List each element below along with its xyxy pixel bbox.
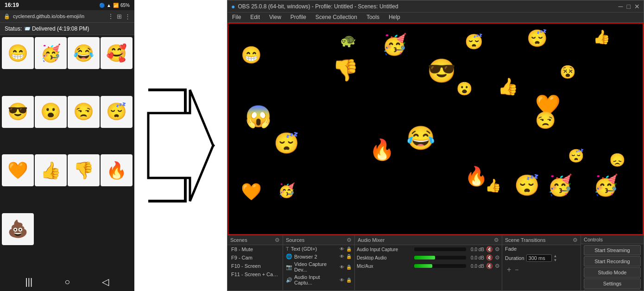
tab-overflow-icon[interactable]: ⋮ [125,13,131,20]
floating-emoji-2: 🥳 [382,34,407,55]
emoji-cell-4[interactable]: 😎 [2,96,34,128]
emoji-cell-2[interactable]: 😂 [68,37,100,69]
scene-item-3[interactable]: F11 - Screen + Cam (T... [227,270,283,278]
emoji-cell-12[interactable]: 💩 [2,213,34,245]
audio-db-value: 0.0 dB [468,255,484,260]
obs-menubar: FileEditViewProfileScene CollectionTools… [227,13,644,23]
menu-item-profile[interactable]: Profile [286,13,311,22]
source-lock-icon[interactable]: 🔒 [346,278,352,283]
audio-settings-icon[interactable]: ⚙ [495,254,500,261]
scenes-panel: Scenes ⚙ F8 - MuteF9 - CamF10 - ScreenF1… [227,235,283,291]
source-label: Video Capture Dev... [294,261,338,272]
audio-label: Audio Mixer [358,237,385,243]
source-label: Audio Input Captu... [294,274,338,285]
emoji-cell-11[interactable]: 🔥 [101,154,133,186]
emoji-cell-0[interactable]: 😁 [2,37,34,69]
emoji-cell-7[interactable]: 😴 [101,96,133,128]
emoji-cell-8[interactable]: 🧡 [2,154,34,186]
duration-input[interactable] [526,254,552,262]
source-visibility-icon[interactable]: 👁 [340,254,344,259]
duration-label: Duration [505,255,524,261]
controls-panel: Controls Start StreamingStart RecordingS… [581,235,644,291]
new-tab-icon[interactable]: ⊞ [117,13,122,20]
arrow-section [134,0,227,291]
audio-settings-icon[interactable]: ⚙ [495,263,500,269]
source-type-icon: 📷 [286,264,292,270]
phone-circle-btn[interactable]: ○ [64,277,70,287]
phone-panel: 16:19 🔵 ▲ 📶 65% 🔒 cyclenerd.github.io/ob… [0,0,134,291]
emoji-cell-5[interactable]: 😮 [35,96,67,128]
source-item-0[interactable]: T Text (GDI+) 👁 🔒 [283,245,354,253]
remove-transition-icon[interactable]: − [515,266,518,273]
control-btn-settings[interactable]: Settings [584,278,641,289]
source-lock-icon[interactable]: 🔒 [346,247,352,252]
delivered-text: Status: 📨 Delivered (4:19:08 PM) [5,25,89,32]
scene-item-2[interactable]: F10 - Screen [227,262,283,270]
menu-item-file[interactable]: File [227,13,246,22]
phone-status-bar: 16:19 🔵 ▲ 📶 65% [0,0,134,10]
menu-item-tools[interactable]: Tools [362,13,384,22]
menu-item-help[interactable]: Help [384,13,405,22]
maximize-button[interactable]: □ [627,3,631,10]
audio-level [414,264,432,268]
battery-icon: 65% [120,3,130,8]
duration-down-icon[interactable]: ▼ [554,258,557,262]
floating-emoji-16: 🔥 [369,139,395,160]
source-item-3[interactable]: 🔊 Audio Input Captu... 👁 🔒 [283,273,354,286]
source-item-1[interactable]: 🌐 Browser 2 👁 🔒 [283,253,354,260]
audio-db-value: 0.0 dB [468,247,484,252]
sources-list: T Text (GDI+) 👁 🔒🌐 Browser 2 👁 🔒📷 Video … [283,245,354,286]
floating-emoji-6: 👎 [332,59,359,81]
source-type-icon: 🌐 [286,253,292,259]
emoji-cell-9[interactable]: 👍 [35,154,67,186]
obs-title-left: ● OBS 25.0.8 (64-bit, windows) - Profile… [231,3,398,10]
duration-up-icon[interactable]: ▲ [554,254,557,258]
floating-emoji-10: 😵 [560,66,576,79]
source-lock-icon[interactable]: 🔒 [346,265,352,270]
emoji-cell-1[interactable]: 🥳 [35,37,67,69]
source-type-icon: 🔊 [286,277,292,283]
source-visibility-icon[interactable]: 👁 [340,247,344,252]
source-item-2[interactable]: 📷 Video Capture Dev... 👁 🔒 [283,260,354,273]
browser-bar[interactable]: 🔒 cyclenerd.github.io/obs-emoji/in ⋮ ⊞ ⋮ [0,10,134,23]
audio-bar [414,247,466,251]
menu-item-view[interactable]: View [265,13,286,22]
add-transition-icon[interactable]: + [505,266,513,274]
audio-vol-icon[interactable]: 🔇 [486,246,493,253]
floating-emoji-5: 👍 [593,30,610,44]
scene-item-1[interactable]: F9 - Cam [227,253,283,262]
menu-item-scene collection[interactable]: Scene Collection [311,13,362,22]
audio-settings-icon[interactable]: ⚙ [495,246,500,253]
close-button[interactable]: ✕ [634,3,640,10]
source-visibility-icon[interactable]: 👁 [340,265,344,270]
source-lock-icon[interactable]: 🔒 [346,254,352,259]
emoji-cell-6[interactable]: 😒 [68,96,100,128]
audio-tracks: Audio Input Capture 0.0 dB 🔇 ⚙ Desktop A… [355,245,502,270]
transition-current: Fade [502,245,581,253]
browser-menu-icon[interactable]: ⋮ [107,13,114,20]
transitions-config-icon[interactable]: ⚙ [573,237,578,243]
control-btn-start-recording[interactable]: Start Recording [584,256,641,266]
emoji-cell-3[interactable]: 🥰 [101,37,133,69]
sources-config-icon[interactable]: ⚙ [347,237,352,243]
phone-home-btn[interactable]: ||| [25,277,33,287]
menu-item-edit[interactable]: Edit [246,13,265,22]
signal-icon: 📶 [113,3,119,8]
browser-url: cyclenerd.github.io/obs-emoji/in [13,13,105,19]
obs-icon: ● [231,3,235,10]
audio-config-icon[interactable]: ⚙ [494,237,499,243]
source-label: Browser 2 [294,254,317,259]
scenes-config-icon[interactable]: ⚙ [275,237,280,243]
audio-vol-icon[interactable]: 🔇 [486,254,493,261]
audio-bar [414,256,466,259]
scene-item-0[interactable]: F8 - Mute [227,245,283,253]
emoji-cell-10[interactable]: 👎 [68,154,100,186]
control-btn-studio-mode[interactable]: Studio Mode [584,267,641,278]
source-visibility-icon[interactable]: 👁 [340,278,344,283]
phone-back-btn[interactable]: ◁ [102,276,109,287]
floating-emoji-13: 😂 [406,127,435,150]
audio-vol-icon[interactable]: 🔇 [486,263,493,269]
minimize-button[interactable]: ─ [619,3,623,10]
obs-title-text: OBS 25.0.8 (64-bit, windows) - Profile: … [238,3,398,10]
control-btn-start-streaming[interactable]: Start Streaming [584,245,641,255]
